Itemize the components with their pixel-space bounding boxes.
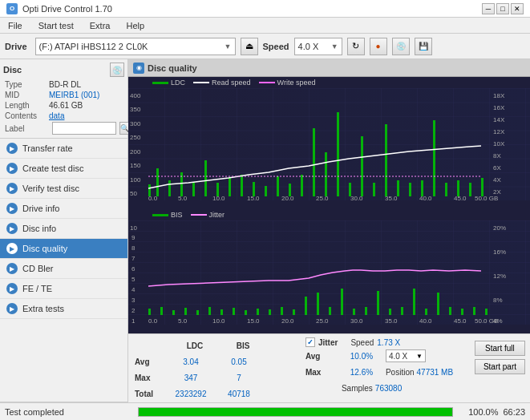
svg-text:250: 250	[130, 134, 141, 141]
label-input[interactable]	[52, 122, 116, 135]
save-button[interactable]: 💾	[415, 38, 432, 55]
svg-rect-76	[172, 310, 175, 315]
sidebar-item-label: Verify test disc	[22, 184, 79, 193]
menu-extra[interactable]: Extra	[85, 20, 115, 31]
disc-mid-row: MID MEIRB1 (001)	[3, 91, 124, 99]
sidebar-item-verify-test-disc[interactable]: ▶ Verify test disc	[0, 179, 127, 199]
menubar: File Start test Extra Help	[0, 18, 530, 34]
max-label: Max	[135, 374, 167, 382]
svg-text:0.0: 0.0	[148, 317, 158, 325]
stats-avg-row: Avg 3.04 0.05	[135, 353, 294, 370]
svg-text:10.0: 10.0	[212, 317, 225, 325]
svg-rect-19	[156, 168, 159, 196]
svg-text:4: 4	[131, 286, 136, 293]
progress-percent: 100.0%	[458, 407, 498, 417]
svg-rect-25	[229, 178, 231, 196]
svg-text:30.0: 30.0	[350, 195, 363, 200]
speed-select[interactable]: 4.0 X ▼	[294, 38, 342, 55]
svg-text:35.0: 35.0	[385, 195, 398, 200]
stats-panel: LDC BIS Avg 3.04 0.05 Max 347 7 Total 23…	[128, 333, 530, 406]
drive-select[interactable]: (F:) ATAPI iHBS112 2 CL0K ▼	[35, 38, 236, 55]
svg-rect-78	[196, 310, 199, 315]
stats-total-row: Total 2323292 40718	[135, 386, 294, 402]
sidebar-item-disc-quality[interactable]: ▶ Disc quality	[0, 239, 127, 259]
svg-rect-28	[265, 186, 267, 196]
jitter-max-row: Max 12.6% Position 47731 MB	[305, 365, 465, 379]
label-label: Label	[5, 124, 49, 133]
svg-text:25.0: 25.0	[316, 317, 329, 325]
stats-speed-select[interactable]: 4.0 X ▼	[386, 349, 426, 362]
disc-length-row: Length 46.61 GB	[3, 101, 124, 110]
stats-col-ldc: LDC	[171, 341, 219, 350]
sidebar-item-label: Disc info	[22, 224, 56, 233]
svg-text:350: 350	[130, 106, 141, 113]
samples-label: Samples	[342, 384, 373, 393]
minimize-button[interactable]: ─	[482, 3, 495, 14]
eject-button[interactable]: ⏏	[241, 38, 258, 55]
svg-text:8X: 8X	[493, 152, 501, 160]
app-icon: O	[6, 3, 18, 14]
status-text: Test completed	[5, 407, 133, 417]
svg-rect-31	[301, 175, 303, 196]
refresh-button[interactable]: ↻	[347, 38, 365, 55]
status-bar: Test completed 100.0% 66:23	[0, 402, 530, 420]
sidebar-item-drive-info[interactable]: ▶ Drive info	[0, 199, 127, 219]
toolbar-btn-2[interactable]: 💿	[392, 38, 410, 55]
write-speed-color	[259, 82, 275, 83]
svg-text:16%: 16%	[493, 248, 506, 256]
start-part-button[interactable]: Start part	[475, 359, 525, 374]
create-test-disc-icon: ▶	[6, 163, 18, 174]
svg-rect-32	[313, 128, 315, 196]
sidebar-item-fe-te[interactable]: ▶ FE / TE	[0, 279, 127, 299]
svg-rect-96	[413, 289, 415, 315]
contents-value[interactable]: data	[49, 111, 64, 120]
svg-rect-29	[277, 176, 279, 196]
refresh-icon: ↻	[352, 41, 359, 51]
svg-text:0.0: 0.0	[148, 195, 158, 200]
close-button[interactable]: ✕	[511, 3, 524, 14]
menu-help[interactable]: Help	[121, 20, 149, 31]
drivebar: Drive (F:) ATAPI iHBS112 2 CL0K ▼ ⏏ Spee…	[0, 34, 530, 59]
avg-bis: 0.05	[215, 357, 263, 366]
sidebar-item-extra-tests[interactable]: ▶ Extra tests	[0, 299, 127, 319]
sidebar-item-label: Transfer rate	[22, 143, 73, 153]
sidebar-item-create-test-disc[interactable]: ▶ Create test disc	[0, 159, 127, 179]
menu-file[interactable]: File	[3, 20, 27, 31]
start-full-button[interactable]: Start full	[475, 341, 525, 356]
svg-text:7: 7	[131, 255, 136, 262]
legend-write-speed: Write speed	[259, 79, 316, 87]
legend-read-speed: Read speed	[193, 79, 251, 87]
chart-top-svg: 400 350 300 250 200 150 100 50 18X 16X 1…	[128, 88, 530, 200]
jitter-legend-label: Jitter	[209, 211, 225, 219]
svg-rect-33	[325, 152, 327, 196]
maximize-button[interactable]: □	[496, 3, 509, 14]
sidebar-item-label: FE / TE	[22, 284, 52, 293]
jitter-label: Jitter	[318, 338, 338, 347]
svg-rect-100	[461, 309, 463, 315]
sidebar-item-transfer-rate[interactable]: ▶ Transfer rate	[0, 139, 127, 159]
svg-text:35.0: 35.0	[385, 317, 398, 325]
samples-row: Samples 763080	[342, 381, 465, 395]
save-icon: 💾	[419, 42, 428, 50]
svg-rect-93	[377, 291, 379, 315]
eject-icon: ⏏	[245, 41, 253, 51]
menu-start-test[interactable]: Start test	[34, 20, 79, 31]
sidebar-item-disc-info[interactable]: ▶ Disc info	[0, 219, 127, 239]
svg-rect-74	[148, 309, 151, 315]
toolbar-btn-1[interactable]: ●	[370, 38, 387, 55]
total-bis: 40718	[215, 390, 263, 398]
svg-text:10.0: 10.0	[212, 195, 225, 200]
svg-rect-102	[485, 309, 488, 315]
ldc-color	[152, 82, 168, 84]
extra-tests-icon: ▶	[6, 303, 18, 314]
jitter-checkbox[interactable]: ✓	[305, 337, 315, 347]
svg-rect-43	[445, 183, 447, 196]
speed-key: Speed	[350, 338, 374, 347]
sidebar-item-label: CD Bler	[22, 264, 54, 273]
sidebar-item-cd-bler[interactable]: ▶ CD Bler	[0, 259, 127, 279]
stats-col-bis: BIS	[219, 341, 267, 350]
disc-icon-btn[interactable]: 💿	[110, 63, 124, 77]
svg-rect-45	[469, 183, 471, 196]
jitter-max-val: 12.6%	[338, 368, 386, 377]
transfer-rate-icon: ▶	[6, 143, 18, 154]
